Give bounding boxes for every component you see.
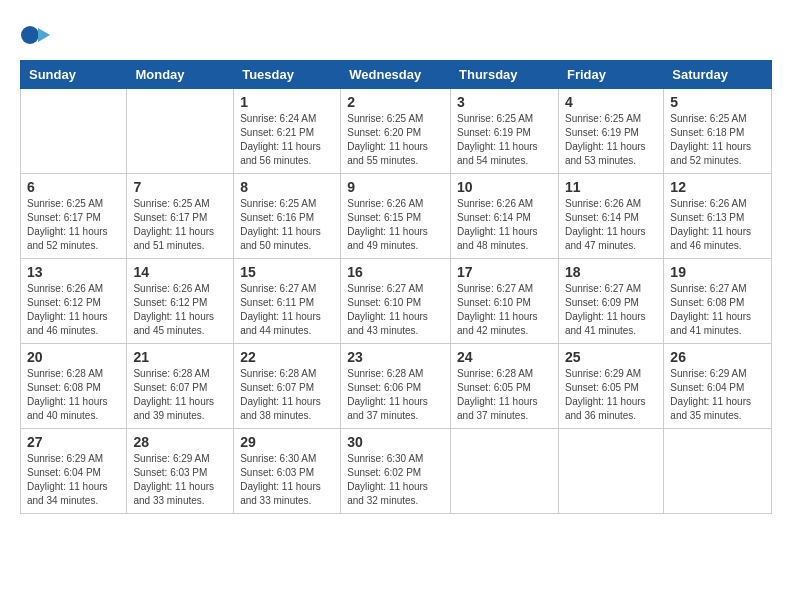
day-number: 28: [133, 434, 227, 450]
day-number: 10: [457, 179, 552, 195]
day-info: Sunrise: 6:28 AM Sunset: 6:06 PM Dayligh…: [347, 367, 444, 423]
calendar-week-1: 1Sunrise: 6:24 AM Sunset: 6:21 PM Daylig…: [21, 89, 772, 174]
calendar-cell: 18Sunrise: 6:27 AM Sunset: 6:09 PM Dayli…: [558, 259, 663, 344]
day-number: 13: [27, 264, 120, 280]
calendar-cell: 26Sunrise: 6:29 AM Sunset: 6:04 PM Dayli…: [664, 344, 772, 429]
calendar-week-2: 6Sunrise: 6:25 AM Sunset: 6:17 PM Daylig…: [21, 174, 772, 259]
day-info: Sunrise: 6:24 AM Sunset: 6:21 PM Dayligh…: [240, 112, 334, 168]
day-header-monday: Monday: [127, 61, 234, 89]
day-info: Sunrise: 6:28 AM Sunset: 6:08 PM Dayligh…: [27, 367, 120, 423]
day-number: 27: [27, 434, 120, 450]
day-number: 7: [133, 179, 227, 195]
day-number: 25: [565, 349, 657, 365]
day-info: Sunrise: 6:25 AM Sunset: 6:17 PM Dayligh…: [27, 197, 120, 253]
day-info: Sunrise: 6:29 AM Sunset: 6:04 PM Dayligh…: [670, 367, 765, 423]
day-number: 20: [27, 349, 120, 365]
day-info: Sunrise: 6:27 AM Sunset: 6:11 PM Dayligh…: [240, 282, 334, 338]
calendar-cell: 27Sunrise: 6:29 AM Sunset: 6:04 PM Dayli…: [21, 429, 127, 514]
day-info: Sunrise: 6:25 AM Sunset: 6:19 PM Dayligh…: [457, 112, 552, 168]
calendar-cell: 4Sunrise: 6:25 AM Sunset: 6:19 PM Daylig…: [558, 89, 663, 174]
calendar-week-3: 13Sunrise: 6:26 AM Sunset: 6:12 PM Dayli…: [21, 259, 772, 344]
day-info: Sunrise: 6:30 AM Sunset: 6:03 PM Dayligh…: [240, 452, 334, 508]
day-number: 14: [133, 264, 227, 280]
day-info: Sunrise: 6:27 AM Sunset: 6:09 PM Dayligh…: [565, 282, 657, 338]
calendar-cell: [21, 89, 127, 174]
day-number: 5: [670, 94, 765, 110]
calendar-cell: 13Sunrise: 6:26 AM Sunset: 6:12 PM Dayli…: [21, 259, 127, 344]
calendar-cell: [127, 89, 234, 174]
calendar-cell: 29Sunrise: 6:30 AM Sunset: 6:03 PM Dayli…: [234, 429, 341, 514]
day-info: Sunrise: 6:26 AM Sunset: 6:12 PM Dayligh…: [133, 282, 227, 338]
calendar-cell: 25Sunrise: 6:29 AM Sunset: 6:05 PM Dayli…: [558, 344, 663, 429]
calendar-cell: 3Sunrise: 6:25 AM Sunset: 6:19 PM Daylig…: [451, 89, 559, 174]
calendar-cell: 10Sunrise: 6:26 AM Sunset: 6:14 PM Dayli…: [451, 174, 559, 259]
day-header-saturday: Saturday: [664, 61, 772, 89]
calendar-cell: 15Sunrise: 6:27 AM Sunset: 6:11 PM Dayli…: [234, 259, 341, 344]
day-number: 26: [670, 349, 765, 365]
day-info: Sunrise: 6:28 AM Sunset: 6:07 PM Dayligh…: [240, 367, 334, 423]
day-number: 30: [347, 434, 444, 450]
day-number: 23: [347, 349, 444, 365]
day-info: Sunrise: 6:25 AM Sunset: 6:17 PM Dayligh…: [133, 197, 227, 253]
calendar-cell: 22Sunrise: 6:28 AM Sunset: 6:07 PM Dayli…: [234, 344, 341, 429]
calendar-cell: 8Sunrise: 6:25 AM Sunset: 6:16 PM Daylig…: [234, 174, 341, 259]
day-number: 16: [347, 264, 444, 280]
day-header-tuesday: Tuesday: [234, 61, 341, 89]
page-header: [20, 20, 772, 50]
calendar-cell: [451, 429, 559, 514]
day-info: Sunrise: 6:26 AM Sunset: 6:15 PM Dayligh…: [347, 197, 444, 253]
day-number: 29: [240, 434, 334, 450]
day-number: 2: [347, 94, 444, 110]
logo: [20, 20, 54, 50]
calendar-cell: 1Sunrise: 6:24 AM Sunset: 6:21 PM Daylig…: [234, 89, 341, 174]
calendar-cell: 28Sunrise: 6:29 AM Sunset: 6:03 PM Dayli…: [127, 429, 234, 514]
day-info: Sunrise: 6:30 AM Sunset: 6:02 PM Dayligh…: [347, 452, 444, 508]
calendar-cell: 9Sunrise: 6:26 AM Sunset: 6:15 PM Daylig…: [341, 174, 451, 259]
day-info: Sunrise: 6:27 AM Sunset: 6:10 PM Dayligh…: [457, 282, 552, 338]
day-info: Sunrise: 6:26 AM Sunset: 6:14 PM Dayligh…: [457, 197, 552, 253]
day-info: Sunrise: 6:25 AM Sunset: 6:18 PM Dayligh…: [670, 112, 765, 168]
day-number: 1: [240, 94, 334, 110]
calendar-cell: 12Sunrise: 6:26 AM Sunset: 6:13 PM Dayli…: [664, 174, 772, 259]
day-info: Sunrise: 6:26 AM Sunset: 6:14 PM Dayligh…: [565, 197, 657, 253]
calendar-cell: 30Sunrise: 6:30 AM Sunset: 6:02 PM Dayli…: [341, 429, 451, 514]
day-info: Sunrise: 6:26 AM Sunset: 6:13 PM Dayligh…: [670, 197, 765, 253]
day-info: Sunrise: 6:26 AM Sunset: 6:12 PM Dayligh…: [27, 282, 120, 338]
day-info: Sunrise: 6:25 AM Sunset: 6:20 PM Dayligh…: [347, 112, 444, 168]
day-number: 11: [565, 179, 657, 195]
calendar-cell: 11Sunrise: 6:26 AM Sunset: 6:14 PM Dayli…: [558, 174, 663, 259]
day-number: 4: [565, 94, 657, 110]
day-header-thursday: Thursday: [451, 61, 559, 89]
day-info: Sunrise: 6:29 AM Sunset: 6:05 PM Dayligh…: [565, 367, 657, 423]
day-number: 19: [670, 264, 765, 280]
day-header-friday: Friday: [558, 61, 663, 89]
day-number: 6: [27, 179, 120, 195]
day-number: 17: [457, 264, 552, 280]
calendar-cell: 2Sunrise: 6:25 AM Sunset: 6:20 PM Daylig…: [341, 89, 451, 174]
calendar-cell: 16Sunrise: 6:27 AM Sunset: 6:10 PM Dayli…: [341, 259, 451, 344]
day-info: Sunrise: 6:29 AM Sunset: 6:03 PM Dayligh…: [133, 452, 227, 508]
day-info: Sunrise: 6:25 AM Sunset: 6:19 PM Dayligh…: [565, 112, 657, 168]
day-header-wednesday: Wednesday: [341, 61, 451, 89]
calendar-table: SundayMondayTuesdayWednesdayThursdayFrid…: [20, 60, 772, 514]
day-number: 21: [133, 349, 227, 365]
day-header-sunday: Sunday: [21, 61, 127, 89]
calendar-cell: 23Sunrise: 6:28 AM Sunset: 6:06 PM Dayli…: [341, 344, 451, 429]
day-info: Sunrise: 6:28 AM Sunset: 6:05 PM Dayligh…: [457, 367, 552, 423]
calendar-cell: 17Sunrise: 6:27 AM Sunset: 6:10 PM Dayli…: [451, 259, 559, 344]
calendar-cell: 20Sunrise: 6:28 AM Sunset: 6:08 PM Dayli…: [21, 344, 127, 429]
calendar-cell: 5Sunrise: 6:25 AM Sunset: 6:18 PM Daylig…: [664, 89, 772, 174]
calendar-cell: 24Sunrise: 6:28 AM Sunset: 6:05 PM Dayli…: [451, 344, 559, 429]
day-info: Sunrise: 6:27 AM Sunset: 6:08 PM Dayligh…: [670, 282, 765, 338]
calendar-cell: 6Sunrise: 6:25 AM Sunset: 6:17 PM Daylig…: [21, 174, 127, 259]
calendar-cell: [664, 429, 772, 514]
calendar-cell: 14Sunrise: 6:26 AM Sunset: 6:12 PM Dayli…: [127, 259, 234, 344]
day-info: Sunrise: 6:27 AM Sunset: 6:10 PM Dayligh…: [347, 282, 444, 338]
calendar-cell: [558, 429, 663, 514]
day-number: 22: [240, 349, 334, 365]
day-number: 18: [565, 264, 657, 280]
logo-icon: [20, 20, 50, 50]
day-number: 9: [347, 179, 444, 195]
calendar-cell: 21Sunrise: 6:28 AM Sunset: 6:07 PM Dayli…: [127, 344, 234, 429]
svg-marker-1: [38, 28, 50, 42]
